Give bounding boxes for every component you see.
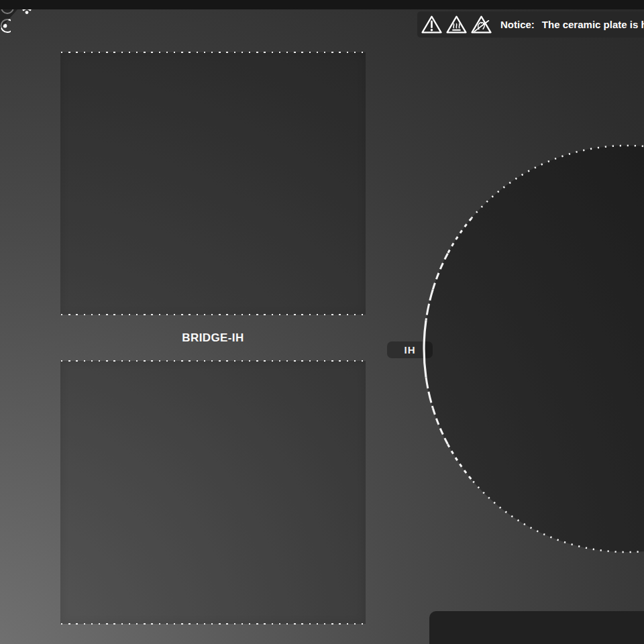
bridge-zone-lower[interactable] xyxy=(60,361,366,624)
cooktop-surface: BRIDGE-IH IH xyxy=(0,0,644,644)
zone-dotted-border-top xyxy=(61,52,365,53)
bridge-zone-upper[interactable] xyxy=(60,52,366,315)
warning-icon xyxy=(421,15,442,34)
control-panel xyxy=(429,611,644,644)
zone-dotted-border-top xyxy=(61,360,365,362)
zone-dotted-border-bottom xyxy=(61,623,365,625)
round-zone-label: IH xyxy=(405,344,416,356)
bridge-zone-label: BRIDGE-IH xyxy=(60,331,366,345)
notice-text: The ceramic plate is hot xyxy=(542,19,644,30)
corner-bevel xyxy=(0,9,17,30)
hot-surface-icon xyxy=(446,15,467,34)
notice-bar: Notice: The ceramic plate is hot xyxy=(417,11,644,38)
round-zone[interactable] xyxy=(424,146,644,552)
notice-label: Notice: xyxy=(500,19,535,30)
zone-dotted-border-bottom xyxy=(61,314,365,315)
cooktop-top-edge xyxy=(0,0,644,9)
do-not-touch-icon xyxy=(471,15,492,34)
